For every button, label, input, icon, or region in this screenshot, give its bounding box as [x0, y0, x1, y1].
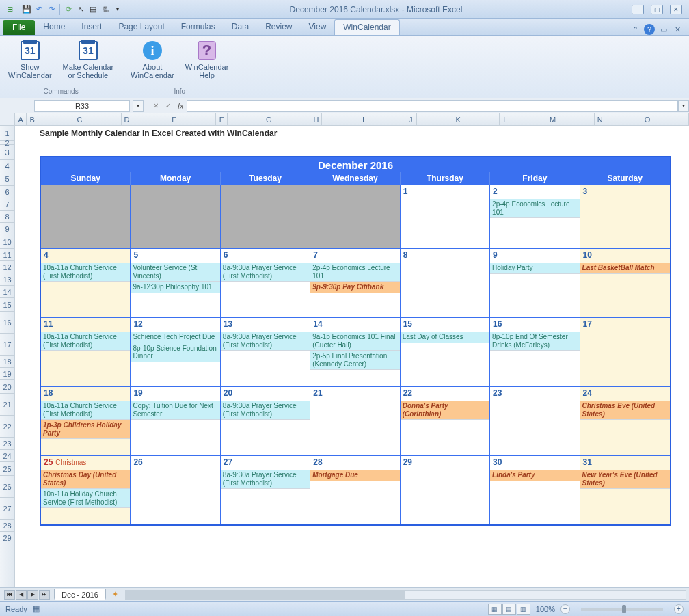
calendar-event[interactable]: 10a-11a Church Service (First Methodist) — [41, 332, 130, 351]
window-close-icon[interactable]: ✕ — [673, 25, 682, 34]
calendar-cell-4[interactable]: 410a-11a Church Service (First Methodist… — [41, 249, 131, 317]
print-icon[interactable]: 🖶 — [100, 4, 111, 15]
spreadsheet-grid[interactable]: ABCDEFGHIJKLMNO 123456789101112131415161… — [0, 113, 689, 587]
sheet-nav-last[interactable]: ⏭ — [39, 590, 50, 600]
row-header-15[interactable]: 15 — [0, 298, 14, 312]
row-header-23[interactable]: 23 — [0, 438, 14, 450]
calendar-cell-27[interactable]: 278a-9:30a Prayer Service (First Methodi… — [221, 456, 310, 524]
calendar-event[interactable]: 8p-10p Science Foundation Dinner — [131, 343, 219, 362]
column-header-K[interactable]: K — [417, 113, 500, 125]
calendar-cell-28[interactable]: 28Mortgage Due — [310, 456, 400, 524]
column-header-B[interactable]: B — [27, 113, 38, 125]
calendar-event[interactable]: 1p-3p Childrens Holiday Party — [41, 420, 130, 439]
redo-icon[interactable]: ↷ — [46, 4, 57, 15]
sheet-nav-first[interactable]: ⏮ — [4, 590, 15, 600]
sheet-nav-next[interactable]: ▶ — [27, 590, 38, 600]
row-header-8[interactable]: 8 — [0, 211, 14, 223]
save-icon[interactable]: 💾 — [21, 4, 32, 15]
row-header-7[interactable]: 7 — [0, 198, 14, 211]
page-layout-view-button[interactable]: ▤ — [502, 604, 516, 615]
close-button[interactable]: ✕ — [670, 5, 682, 14]
qat-dropdown-icon[interactable]: ▾ — [112, 4, 123, 15]
calendar-cell-21[interactable]: 21 — [310, 387, 400, 455]
calendar-cell-6[interactable]: 68a-9:30a Prayer Service (First Methodis… — [221, 249, 310, 317]
column-header-J[interactable]: J — [405, 113, 417, 125]
row-header-14[interactable]: 14 — [0, 286, 14, 298]
calendar-cell-16[interactable]: 168p-10p End Of Semester Drinks (McFarle… — [490, 318, 580, 386]
column-header-H[interactable]: H — [310, 113, 322, 125]
zoom-out-button[interactable]: − — [560, 604, 570, 614]
calendar-cell-24[interactable]: 24Christmas Eve (United States) — [580, 387, 670, 455]
calendar-event[interactable]: Christmas Eve (United States) — [580, 401, 670, 420]
fx-label[interactable]: fx — [178, 102, 184, 110]
ribbon-tab-review[interactable]: Review — [257, 19, 300, 35]
calendar-event[interactable]: 9a-1p Economics 101 Final (Cueter Hall) — [310, 332, 399, 351]
calendar-cell-7[interactable]: 72p-4p Economics Lecture 1019p-9:30p Pay… — [310, 249, 400, 317]
row-header-13[interactable]: 13 — [0, 273, 14, 286]
row-header-6[interactable]: 6 — [0, 186, 14, 198]
column-header-N[interactable]: N — [595, 113, 606, 125]
row-header-10[interactable]: 10 — [0, 235, 14, 249]
row-header-21[interactable]: 21 — [0, 394, 14, 416]
ribbon-tab-view[interactable]: View — [301, 19, 335, 35]
calendar-cell-22[interactable]: 22Donna's Party (Corinthian) — [401, 387, 490, 455]
row-header-24[interactable]: 24 — [0, 450, 14, 462]
macro-icon[interactable]: ▦ — [33, 604, 40, 613]
sheet-tab-active[interactable]: Dec - 2016 — [54, 589, 106, 600]
column-header-I[interactable]: I — [322, 113, 405, 125]
sheet-nav-prev[interactable]: ◀ — [16, 590, 27, 600]
calendar-cell-17[interactable]: 17 — [580, 318, 670, 386]
calendar-cell-14[interactable]: 149a-1p Economics 101 Final (Cueter Hall… — [310, 318, 400, 386]
calendar-cell-blank[interactable] — [41, 185, 131, 248]
calendar-event[interactable]: Christmas Day (United States) — [41, 470, 130, 489]
calendar-cell-blank[interactable] — [221, 185, 310, 248]
column-header-C[interactable]: C — [38, 113, 121, 125]
row-header-11[interactable]: 11 — [0, 249, 14, 261]
row-header-17[interactable]: 17 — [0, 334, 14, 356]
name-box[interactable]: R33 — [34, 100, 130, 112]
column-header-L[interactable]: L — [500, 113, 511, 125]
row-header-26[interactable]: 26 — [0, 476, 14, 498]
calendar-event[interactable]: 2p-4p Economics Lecture 101 — [490, 199, 579, 218]
calendar-cell-31[interactable]: 31New Year's Eve (United States) — [580, 456, 670, 524]
row-header-9[interactable]: 9 — [0, 223, 14, 235]
calendar-cell-10[interactable]: 10Last BasketBall Match — [580, 249, 670, 317]
calendar-event[interactable]: 8a-9:30a Prayer Service (First Methodist… — [221, 401, 310, 420]
calendar-event[interactable]: Donna's Party (Corinthian) — [401, 401, 489, 420]
undo-icon[interactable]: ↶ — [33, 4, 44, 15]
zoom-in-button[interactable]: + — [674, 604, 684, 614]
calendar-cell-18[interactable]: 1810a-11a Church Service (First Methodis… — [41, 387, 131, 455]
calendar-event[interactable]: 8a-9:30a Prayer Service (First Methodist… — [221, 332, 310, 351]
row-header-27[interactable]: 27 — [0, 498, 14, 520]
calendar-cell-30[interactable]: 30Linda's Party — [490, 456, 580, 524]
ribbon-tab-insert[interactable]: Insert — [73, 19, 110, 35]
row-header-3[interactable]: 3 — [0, 145, 14, 160]
row-header-28[interactable]: 28 — [0, 520, 14, 532]
column-header-A[interactable]: A — [15, 113, 27, 125]
page-break-view-button[interactable]: ▥ — [517, 604, 530, 615]
minimize-button[interactable]: — — [632, 5, 644, 14]
ribbon-button-wincalendar-help[interactable]: ?WinCalendarHelp — [183, 38, 232, 86]
calendar-cell-3[interactable]: 3 — [580, 185, 670, 248]
pointer-icon[interactable]: ↖ — [75, 4, 86, 15]
horizontal-scrollbar[interactable] — [125, 590, 686, 600]
calendar-cell-5[interactable]: 5Volunteer Service (St Vincents)9a-12:30… — [131, 249, 220, 317]
calendar-cell-blank[interactable] — [310, 185, 400, 248]
row-header-29[interactable]: 29 — [0, 532, 14, 544]
row-header-20[interactable]: 20 — [0, 380, 14, 394]
calendar-event[interactable]: 8a-9:30a Prayer Service (First Methodist… — [221, 263, 310, 282]
calendar-event[interactable]: 9a-12:30p Philosophy 101 — [131, 282, 219, 293]
zoom-slider[interactable] — [581, 608, 663, 611]
row-header-25[interactable]: 25 — [0, 462, 14, 476]
calendar-event[interactable]: 8p-10p End Of Semester Drinks (McFarleys… — [490, 332, 579, 351]
row-header-19[interactable]: 19 — [0, 368, 14, 380]
calendar-event[interactable]: Copy: Tuition Due for Next Semester — [131, 401, 219, 420]
row-header-5[interactable]: 5 — [0, 172, 14, 186]
zoom-level[interactable]: 100% — [536, 605, 555, 613]
calendar-cell-9[interactable]: 9Holiday Party — [490, 249, 580, 317]
calendar-event[interactable]: Mortgage Due — [310, 470, 399, 481]
calendar-event[interactable]: 9p-9:30p Pay Citibank — [310, 282, 399, 293]
column-header-D[interactable]: D — [122, 113, 133, 125]
calendar-event[interactable]: 10a-11a Church Service (First Methodist) — [41, 401, 130, 420]
name-box-dropdown[interactable]: ▾ — [133, 100, 144, 112]
